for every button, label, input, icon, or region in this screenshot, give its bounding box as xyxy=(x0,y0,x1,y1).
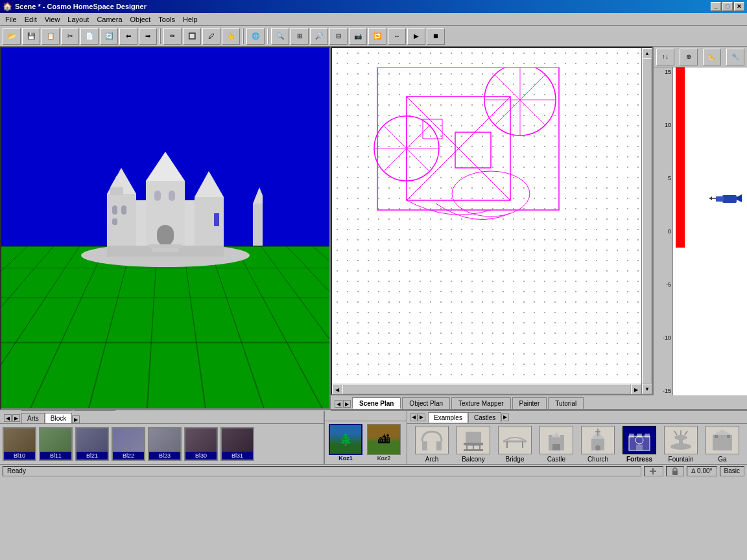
asset-prev[interactable]: ◀ xyxy=(4,414,12,422)
svg-marker-81 xyxy=(713,430,732,435)
asset-bl10[interactable]: Bl10 xyxy=(3,427,36,461)
church-icon[interactable] xyxy=(581,426,615,454)
tab-block[interactable]: Block xyxy=(45,413,72,423)
panel-icon4[interactable]: 🔧 xyxy=(726,49,744,65)
tab-arts[interactable]: Arts xyxy=(21,413,45,423)
asset-bl11[interactable]: Bl11 xyxy=(39,427,73,461)
tb-render3[interactable]: ↔ xyxy=(388,28,406,45)
tb-cut[interactable]: ✂ xyxy=(61,28,79,45)
tb-save[interactable]: 💾 xyxy=(22,28,40,45)
hscroll-left[interactable]: ◀ xyxy=(332,384,342,395)
vscroll-down[interactable]: ▼ xyxy=(642,384,652,394)
menu-camera[interactable]: Camera xyxy=(93,14,126,25)
tab-castles[interactable]: Castles xyxy=(468,412,501,423)
tb-zoom-area[interactable]: ⊟ xyxy=(329,28,348,45)
example-fortress[interactable]: Fortress xyxy=(620,426,659,463)
svg-marker-43 xyxy=(709,196,712,200)
tb-zoom-fit[interactable]: ⊞ xyxy=(290,28,309,45)
koz1-thumb[interactable]: 🌲 xyxy=(329,424,362,455)
menu-help[interactable]: Help xyxy=(179,14,202,25)
plan-drawing xyxy=(371,67,604,250)
tab-scene-plan[interactable]: Scene Plan xyxy=(352,397,401,409)
example-arch[interactable]: Arch xyxy=(412,426,451,463)
tb-select[interactable]: ✏ xyxy=(163,28,182,45)
hscroll-right[interactable]: ▶ xyxy=(631,384,641,395)
plan-vscroll[interactable]: ▲ ▼ xyxy=(641,48,652,394)
panel-icon3[interactable]: 📐 xyxy=(703,49,721,65)
plan-prev[interactable]: ◀ xyxy=(335,400,342,408)
scale-view xyxy=(673,67,747,395)
tb-pointer[interactable]: 👆 xyxy=(222,28,240,45)
balcony-icon[interactable] xyxy=(456,426,490,454)
tb-box[interactable]: 🔲 xyxy=(183,28,201,45)
maximize-button[interactable]: □ xyxy=(722,2,733,11)
tb-globe[interactable]: 🌐 xyxy=(246,28,265,45)
example-castle[interactable]: Castle xyxy=(537,426,576,463)
asset-label-bl10: Bl10 xyxy=(4,452,35,460)
svg-rect-85 xyxy=(652,468,654,474)
menu-layout[interactable]: Layout xyxy=(64,14,93,25)
fountain-icon[interactable] xyxy=(664,426,698,454)
ga-icon[interactable] xyxy=(706,426,739,454)
asset-bl22[interactable]: Bl22 xyxy=(112,427,145,461)
close-button[interactable]: ✕ xyxy=(734,2,744,11)
menu-object[interactable]: Object xyxy=(126,14,155,25)
sep2 xyxy=(243,29,244,44)
menu-view[interactable]: View xyxy=(41,14,64,25)
menu-file[interactable]: File xyxy=(1,14,21,25)
asset-next[interactable]: ▶ xyxy=(12,414,20,422)
block-nav[interactable]: ▶ xyxy=(72,415,80,423)
plan-tab-nav: ◀ ▶ xyxy=(333,399,352,409)
koz2-thumb[interactable]: 🏙 xyxy=(367,424,401,455)
menu-edit[interactable]: Edit xyxy=(21,14,41,25)
tb-redo[interactable]: ➡ xyxy=(139,28,157,45)
asset-bl21[interactable]: Bl21 xyxy=(75,427,109,461)
tb-stop[interactable]: ⏹ xyxy=(427,28,445,45)
panel-icon2[interactable]: ⊕ xyxy=(680,49,698,65)
castles-nav[interactable]: ▶ xyxy=(501,414,509,421)
examples-prev[interactable]: ◀ xyxy=(410,414,418,421)
tb-open[interactable]: 📂 xyxy=(3,28,21,45)
menu-tools[interactable]: Tools xyxy=(154,14,179,25)
plan-next[interactable]: ▶ xyxy=(343,400,351,408)
asset-bl30[interactable]: Bl30 xyxy=(184,427,218,461)
asset-bl31[interactable]: Bl31 xyxy=(220,427,254,461)
koz2-item[interactable]: 🏙 Koz2 xyxy=(366,424,401,461)
scale-0: 0 xyxy=(654,228,672,235)
hscroll-thumb[interactable] xyxy=(342,384,631,394)
plan-hscroll[interactable]: ◀ ▶ xyxy=(332,384,641,394)
example-ga[interactable]: Ga xyxy=(703,426,742,463)
tb-draw[interactable]: 🖊 xyxy=(202,28,220,45)
fortress-icon[interactable] xyxy=(622,426,656,454)
tb-copy[interactable]: 📋 xyxy=(42,28,60,45)
panel-icon1[interactable]: ↑↓ xyxy=(656,49,674,65)
vscroll-up[interactable]: ▲ xyxy=(642,48,652,58)
castle-icon[interactable] xyxy=(540,426,573,454)
minimize-button[interactable]: _ xyxy=(711,2,721,11)
viewport-3d[interactable] xyxy=(0,47,331,410)
tb-undo[interactable]: ⬅ xyxy=(119,28,137,45)
example-bridge[interactable]: Bridge xyxy=(495,426,534,463)
tab-tutorial[interactable]: Tutorial xyxy=(548,397,584,409)
plan-view[interactable]: ▲ ▼ ◀ ▶ xyxy=(331,47,653,395)
example-church[interactable]: Church xyxy=(578,426,617,463)
tb-render1[interactable]: 📷 xyxy=(349,28,367,45)
tb-render4[interactable]: ▶ xyxy=(407,28,425,45)
examples-next[interactable]: ▶ xyxy=(418,414,425,421)
tab-painter[interactable]: Painter xyxy=(512,397,547,409)
tb-render2[interactable]: 🔁 xyxy=(368,28,386,45)
example-fountain[interactable]: Fountain xyxy=(661,426,700,463)
example-balcony[interactable]: Balcony xyxy=(454,426,493,463)
asset-bl23[interactable]: Bl23 xyxy=(148,427,182,461)
tb-zoom-out[interactable]: 🔎 xyxy=(310,28,328,45)
tb-zoom-in[interactable]: 🔍 xyxy=(271,28,289,45)
vscroll-thumb[interactable] xyxy=(642,58,652,384)
bridge-icon[interactable] xyxy=(498,426,532,454)
tab-object-plan[interactable]: Object Plan xyxy=(402,397,450,409)
koz1-item[interactable]: 🌲 Koz1 xyxy=(327,424,363,461)
tab-texture-mapper[interactable]: Texture Mapper xyxy=(451,397,510,409)
tb-refresh[interactable]: 🔄 xyxy=(100,28,118,45)
tab-examples[interactable]: Examples xyxy=(428,412,468,423)
tb-new[interactable]: 📄 xyxy=(80,28,99,45)
arch-icon[interactable] xyxy=(415,426,449,454)
